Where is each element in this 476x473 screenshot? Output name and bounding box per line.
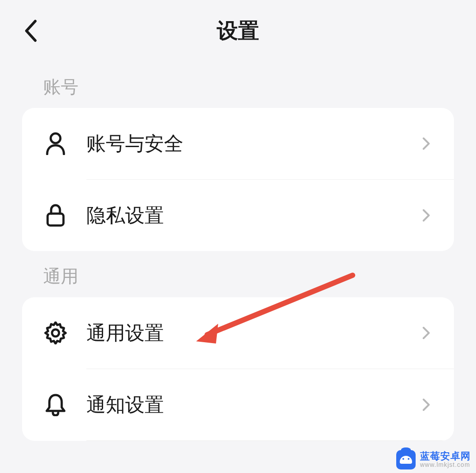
back-button[interactable] [22,18,40,44]
chevron-right-icon [420,209,433,222]
chevron-right-icon [420,137,433,150]
account-security-item[interactable]: 账号与安全 [22,108,454,179]
watermark-url: www.lmkjst.com [420,462,471,468]
privacy-settings-item[interactable]: 隐私设置 [22,180,454,251]
watermark-logo-icon [396,450,416,469]
general-card: 通用设置 通知设置 [22,297,454,441]
watermark-title: 蓝莓安卓网 [420,451,471,462]
watermark: 蓝莓安卓网 www.lmkjst.com [396,450,471,469]
list-item-label: 隐私设置 [86,203,420,229]
svg-point-0 [51,133,60,143]
svg-rect-1 [48,214,63,225]
section-header-account: 账号 [0,62,476,108]
divider [86,440,454,441]
list-item-label: 通用设置 [86,320,420,346]
svg-point-2 [52,329,59,336]
chevron-right-icon [420,398,433,411]
user-icon [43,131,68,156]
chevron-right-icon [420,326,433,340]
bell-icon [43,392,68,417]
gear-icon [43,321,68,345]
page-header: 设置 [0,0,476,62]
lock-icon [43,203,68,228]
chevron-left-icon [24,19,38,42]
list-item-label: 账号与安全 [86,131,420,157]
page-title: 设置 [217,17,259,45]
notification-settings-item[interactable]: 通知设置 [22,369,454,440]
account-card: 账号与安全 隐私设置 [22,108,454,251]
general-settings-item[interactable]: 通用设置 [22,297,454,369]
section-header-general: 通用 [0,251,476,297]
list-item-label: 通知设置 [86,392,420,418]
